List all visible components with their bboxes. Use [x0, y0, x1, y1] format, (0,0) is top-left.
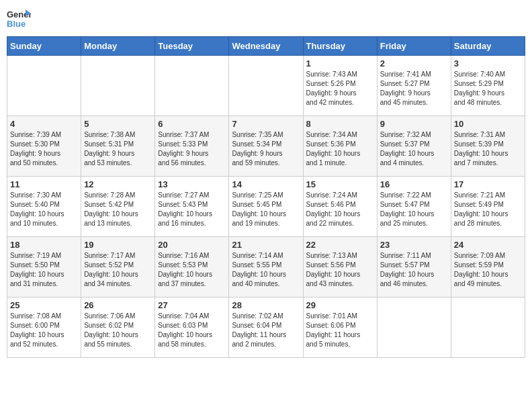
- day-info: Sunrise: 7:39 AM Sunset: 5:30 PM Dayligh…: [10, 130, 78, 168]
- day-number: 8: [306, 119, 374, 129]
- day-number: 12: [84, 179, 152, 189]
- calendar-cell: 22Sunrise: 7:13 AM Sunset: 5:56 PM Dayli…: [303, 237, 377, 298]
- day-info: Sunrise: 7:22 AM Sunset: 5:47 PM Dayligh…: [380, 191, 448, 228]
- day-number: 25: [10, 300, 78, 310]
- day-info: Sunrise: 7:41 AM Sunset: 5:27 PM Dayligh…: [380, 70, 448, 107]
- calendar-week-3: 11Sunrise: 7:30 AM Sunset: 5:40 PM Dayli…: [7, 177, 525, 237]
- calendar-cell: [155, 56, 229, 116]
- calendar-cell: [377, 298, 451, 358]
- calendar-cell: 6Sunrise: 7:37 AM Sunset: 5:33 PM Daylig…: [155, 116, 229, 177]
- calendar-cell: [7, 56, 81, 116]
- day-info: Sunrise: 7:19 AM Sunset: 5:50 PM Dayligh…: [10, 251, 78, 289]
- day-number: 27: [158, 300, 226, 310]
- day-info: Sunrise: 7:27 AM Sunset: 5:43 PM Dayligh…: [158, 191, 226, 228]
- day-number: 24: [454, 240, 522, 250]
- day-number: 23: [380, 240, 448, 250]
- calendar-cell: 2Sunrise: 7:41 AM Sunset: 5:27 PM Daylig…: [377, 56, 451, 116]
- day-info: Sunrise: 7:40 AM Sunset: 5:29 PM Dayligh…: [454, 70, 522, 107]
- calendar-cell: [451, 298, 525, 358]
- day-info: Sunrise: 7:43 AM Sunset: 5:26 PM Dayligh…: [306, 70, 374, 107]
- calendar-cell: 19Sunrise: 7:17 AM Sunset: 5:52 PM Dayli…: [81, 237, 155, 298]
- day-info: Sunrise: 7:16 AM Sunset: 5:53 PM Dayligh…: [158, 251, 226, 289]
- calendar-cell: 20Sunrise: 7:16 AM Sunset: 5:53 PM Dayli…: [155, 237, 229, 298]
- day-number: 15: [306, 179, 374, 189]
- calendar-week-5: 25Sunrise: 7:08 AM Sunset: 6:00 PM Dayli…: [7, 298, 525, 358]
- day-info: Sunrise: 7:31 AM Sunset: 5:39 PM Dayligh…: [454, 130, 522, 168]
- calendar-cell: 28Sunrise: 7:02 AM Sunset: 6:04 PM Dayli…: [229, 298, 303, 358]
- day-info: Sunrise: 7:30 AM Sunset: 5:40 PM Dayligh…: [10, 191, 78, 228]
- day-number: 6: [158, 119, 226, 129]
- day-number: 22: [306, 240, 374, 250]
- calendar-cell: 27Sunrise: 7:04 AM Sunset: 6:03 PM Dayli…: [155, 298, 229, 358]
- day-number: 18: [10, 240, 78, 250]
- svg-text:Blue: Blue: [7, 19, 26, 29]
- day-number: 21: [232, 240, 300, 250]
- day-number: 13: [158, 179, 226, 189]
- calendar-cell: 24Sunrise: 7:09 AM Sunset: 5:59 PM Dayli…: [451, 237, 525, 298]
- calendar-cell: 7Sunrise: 7:35 AM Sunset: 5:34 PM Daylig…: [229, 116, 303, 177]
- weekday-header-sunday: Sunday: [7, 37, 81, 56]
- calendar-cell: 12Sunrise: 7:28 AM Sunset: 5:42 PM Dayli…: [81, 177, 155, 237]
- day-number: 10: [454, 119, 522, 129]
- day-number: 16: [380, 179, 448, 189]
- calendar-cell: 9Sunrise: 7:32 AM Sunset: 5:37 PM Daylig…: [377, 116, 451, 177]
- day-info: Sunrise: 7:14 AM Sunset: 5:55 PM Dayligh…: [232, 251, 300, 289]
- day-info: Sunrise: 7:34 AM Sunset: 5:36 PM Dayligh…: [306, 130, 374, 168]
- day-number: 11: [10, 179, 78, 189]
- day-number: 28: [232, 300, 300, 310]
- calendar-cell: 4Sunrise: 7:39 AM Sunset: 5:30 PM Daylig…: [7, 116, 81, 177]
- day-info: Sunrise: 7:25 AM Sunset: 5:45 PM Dayligh…: [232, 191, 300, 228]
- calendar-table: SundayMondayTuesdayWednesdayThursdayFrid…: [7, 36, 525, 358]
- day-info: Sunrise: 7:17 AM Sunset: 5:52 PM Dayligh…: [84, 251, 152, 289]
- day-info: Sunrise: 7:38 AM Sunset: 5:31 PM Dayligh…: [84, 130, 152, 168]
- day-info: Sunrise: 7:35 AM Sunset: 5:34 PM Dayligh…: [232, 130, 300, 168]
- weekday-header-friday: Friday: [377, 37, 451, 56]
- logo-icon: General Blue: [7, 7, 31, 31]
- calendar-cell: 18Sunrise: 7:19 AM Sunset: 5:50 PM Dayli…: [7, 237, 81, 298]
- calendar-cell: 21Sunrise: 7:14 AM Sunset: 5:55 PM Dayli…: [229, 237, 303, 298]
- day-info: Sunrise: 7:02 AM Sunset: 6:04 PM Dayligh…: [232, 312, 300, 349]
- calendar-week-4: 18Sunrise: 7:19 AM Sunset: 5:50 PM Dayli…: [7, 237, 525, 298]
- calendar-cell: 17Sunrise: 7:21 AM Sunset: 5:49 PM Dayli…: [451, 177, 525, 237]
- day-number: 17: [454, 179, 522, 189]
- day-info: Sunrise: 7:04 AM Sunset: 6:03 PM Dayligh…: [158, 312, 226, 349]
- day-number: 4: [10, 119, 78, 129]
- weekday-header-row: SundayMondayTuesdayWednesdayThursdayFrid…: [7, 37, 525, 56]
- calendar-cell: [229, 56, 303, 116]
- day-number: 2: [380, 58, 448, 68]
- weekday-header-saturday: Saturday: [451, 37, 525, 56]
- calendar-week-2: 4Sunrise: 7:39 AM Sunset: 5:30 PM Daylig…: [7, 116, 525, 177]
- logo: General Blue: [7, 7, 31, 31]
- calendar-body: 1Sunrise: 7:43 AM Sunset: 5:26 PM Daylig…: [7, 56, 525, 358]
- calendar-cell: 10Sunrise: 7:31 AM Sunset: 5:39 PM Dayli…: [451, 116, 525, 177]
- calendar-cell: 14Sunrise: 7:25 AM Sunset: 5:45 PM Dayli…: [229, 177, 303, 237]
- weekday-header-monday: Monday: [81, 37, 155, 56]
- calendar-header: SundayMondayTuesdayWednesdayThursdayFrid…: [7, 37, 525, 56]
- day-number: 20: [158, 240, 226, 250]
- calendar-cell: 26Sunrise: 7:06 AM Sunset: 6:02 PM Dayli…: [81, 298, 155, 358]
- calendar-cell: 3Sunrise: 7:40 AM Sunset: 5:29 PM Daylig…: [451, 56, 525, 116]
- calendar-cell: 25Sunrise: 7:08 AM Sunset: 6:00 PM Dayli…: [7, 298, 81, 358]
- day-info: Sunrise: 7:01 AM Sunset: 6:06 PM Dayligh…: [306, 312, 374, 349]
- calendar-cell: 29Sunrise: 7:01 AM Sunset: 6:06 PM Dayli…: [303, 298, 377, 358]
- day-number: 7: [232, 119, 300, 129]
- calendar-cell: 8Sunrise: 7:34 AM Sunset: 5:36 PM Daylig…: [303, 116, 377, 177]
- calendar-cell: 15Sunrise: 7:24 AM Sunset: 5:46 PM Dayli…: [303, 177, 377, 237]
- day-number: 9: [380, 119, 448, 129]
- day-info: Sunrise: 7:06 AM Sunset: 6:02 PM Dayligh…: [84, 312, 152, 349]
- calendar-cell: 11Sunrise: 7:30 AM Sunset: 5:40 PM Dayli…: [7, 177, 81, 237]
- calendar-cell: 1Sunrise: 7:43 AM Sunset: 5:26 PM Daylig…: [303, 56, 377, 116]
- day-info: Sunrise: 7:13 AM Sunset: 5:56 PM Dayligh…: [306, 251, 374, 289]
- calendar-cell: 23Sunrise: 7:11 AM Sunset: 5:57 PM Dayli…: [377, 237, 451, 298]
- header-area: General Blue: [7, 7, 525, 31]
- calendar-cell: [81, 56, 155, 116]
- day-info: Sunrise: 7:09 AM Sunset: 5:59 PM Dayligh…: [454, 251, 522, 289]
- day-info: Sunrise: 7:21 AM Sunset: 5:49 PM Dayligh…: [454, 191, 522, 228]
- day-info: Sunrise: 7:32 AM Sunset: 5:37 PM Dayligh…: [380, 130, 448, 168]
- day-info: Sunrise: 7:24 AM Sunset: 5:46 PM Dayligh…: [306, 191, 374, 228]
- day-number: 1: [306, 58, 374, 68]
- day-number: 26: [84, 300, 152, 310]
- day-number: 5: [84, 119, 152, 129]
- day-number: 3: [454, 58, 522, 68]
- day-info: Sunrise: 7:37 AM Sunset: 5:33 PM Dayligh…: [158, 130, 226, 168]
